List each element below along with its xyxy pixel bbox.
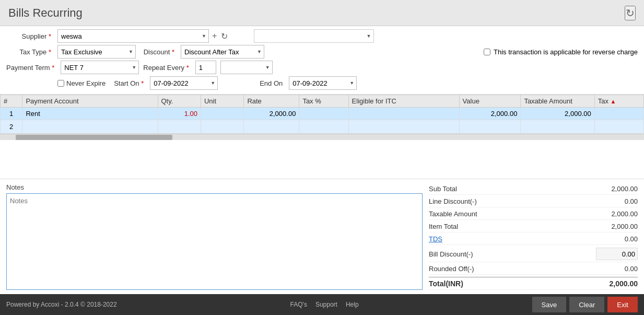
reverse-charge-checkbox[interactable] xyxy=(484,49,490,55)
horizontal-scrollbar[interactable] xyxy=(0,134,644,140)
tax-discount-row: Tax Type * Tax Exclusive Discount * Disc… xyxy=(6,45,638,59)
support-link[interactable]: Support xyxy=(315,301,337,308)
col-unit-header: Unit xyxy=(201,95,243,108)
cell-taxable[interactable]: 2,000.00 xyxy=(521,108,594,120)
col-qty-header: Qty. xyxy=(158,95,201,108)
help-link[interactable]: Help xyxy=(346,301,359,308)
end-on-select[interactable]: 07-09-2022 xyxy=(289,76,357,90)
col-tax-header: Tax % xyxy=(299,95,348,108)
add-supplier-button[interactable]: + xyxy=(211,30,218,42)
line-discount-value: 0.00 xyxy=(596,197,638,205)
table-row-empty[interactable]: 2 xyxy=(1,120,644,134)
bill-discount-row: Bill Discount(-) xyxy=(429,246,638,262)
never-expire-checkbox[interactable] xyxy=(57,80,64,87)
end-on-label: End On xyxy=(253,79,285,87)
bill-discount-input-wrap xyxy=(596,248,638,260)
bottom-area: Notes Sub Total 2,000.00 Line Discount(-… xyxy=(0,179,644,294)
cell-num: 1 xyxy=(1,108,22,120)
title-bar: Bills Recurring ↻ xyxy=(0,0,644,26)
notes-area: Notes xyxy=(6,183,423,290)
sub-total-value: 2,000.00 xyxy=(596,185,638,193)
col-hash-header: # xyxy=(1,95,22,108)
cell-tax[interactable] xyxy=(299,108,348,120)
col-taxamt-header: Tax ▲ xyxy=(594,95,643,108)
repeat-every-input[interactable] xyxy=(195,61,216,74)
refresh-supplier-button[interactable]: ↻ xyxy=(220,30,229,42)
page-title: Bills Recurring xyxy=(8,6,83,20)
tax-type-label: Tax Type * xyxy=(6,48,53,56)
bill-discount-input[interactable] xyxy=(596,248,638,260)
cell-num-2: 2 xyxy=(1,120,22,134)
supplier-label: Supplier * xyxy=(6,32,53,40)
reverse-charge-label: This transaction is applicable for rever… xyxy=(494,48,638,56)
payment-term-select[interactable]: NET 7 xyxy=(61,61,139,74)
discount-select[interactable]: Discount After Tax xyxy=(181,45,264,59)
dates-row: Never Expire Start On * 07-09-2022 End O… xyxy=(6,76,638,90)
total-label: Total(INR) xyxy=(429,279,463,288)
refresh-button[interactable]: ↻ xyxy=(625,6,636,20)
discount-label: Discount * xyxy=(140,48,177,56)
grand-total-row: Total(INR) 2,000.00 xyxy=(429,277,638,290)
cell-rate[interactable]: 2,000.00 xyxy=(244,108,299,120)
rounded-off-value: 0.00 xyxy=(596,265,638,273)
item-total-label: Item Total xyxy=(429,223,458,230)
totals-area: Sub Total 2,000.00 Line Discount(-) 0.00… xyxy=(429,183,638,290)
payment-term-label: Payment Term * xyxy=(6,64,56,72)
taxable-amount-label: Taxable Amount xyxy=(429,210,477,218)
exit-button[interactable]: Exit xyxy=(607,297,638,312)
table-scroll[interactable]: # Payment Account Qty. Unit Rate Tax % E… xyxy=(0,95,644,134)
col-value-header: Value xyxy=(459,95,521,108)
cell-tax-2[interactable] xyxy=(299,120,348,134)
start-on-label: Start On * xyxy=(114,79,146,87)
cell-value[interactable]: 2,000.00 xyxy=(459,108,521,120)
repeat-period-select[interactable]: Day Week Month Year xyxy=(220,61,273,74)
cell-qty[interactable]: 1.00 xyxy=(158,108,201,120)
total-value: 2,000.00 xyxy=(596,279,638,288)
tax-type-select[interactable]: Tax Exclusive xyxy=(57,45,136,59)
col-itc-header: Eligible for ITC xyxy=(348,95,459,108)
cell-taxamt-2[interactable] xyxy=(594,120,643,134)
supplier-select[interactable]: weswa xyxy=(57,29,209,43)
clear-button[interactable]: Clear xyxy=(569,297,604,312)
tds-row: TDS 0.00 xyxy=(429,234,638,245)
cell-itc-2[interactable] xyxy=(348,120,459,134)
item-total-value: 2,000.00 xyxy=(596,223,638,230)
save-button[interactable]: Save xyxy=(532,297,567,312)
faqs-link[interactable]: FAQ's xyxy=(290,301,307,308)
start-on-select[interactable]: 07-09-2022 xyxy=(150,76,218,90)
cell-taxable-2[interactable] xyxy=(521,120,594,134)
col-taxable-header: Taxable Amount xyxy=(521,95,594,108)
sub-total-row: Sub Total 2,000.00 xyxy=(429,183,638,195)
payment-repeat-row: Payment Term * NET 7 Repeat Every * Day … xyxy=(6,61,638,74)
cell-taxamt[interactable] xyxy=(594,108,643,120)
repeat-every-label: Repeat Every * xyxy=(143,64,191,72)
form-section: Supplier * weswa + ↻ Tax Type * xyxy=(0,26,644,95)
table-area: # Payment Account Qty. Unit Rate Tax % E… xyxy=(0,95,644,179)
powered-by: Powered by Accoxi - 2.0.4 © 2018-2022 xyxy=(6,301,117,308)
rounded-off-label: Rounded Off(-) xyxy=(429,265,474,273)
line-discount-row: Line Discount(-) 0.00 xyxy=(429,196,638,207)
cell-qty-2[interactable] xyxy=(158,120,201,134)
tds-value: 0.00 xyxy=(596,235,638,243)
cell-account[interactable]: Rent xyxy=(22,108,158,120)
col-rate-header: Rate xyxy=(244,95,299,108)
supplier-extra-select[interactable] xyxy=(254,30,373,42)
supplier-row: Supplier * weswa + ↻ xyxy=(6,29,638,43)
cell-value-2[interactable] xyxy=(459,120,521,134)
cell-unit[interactable] xyxy=(201,108,243,120)
sub-total-label: Sub Total xyxy=(429,185,457,193)
footer: Powered by Accoxi - 2.0.4 © 2018-2022 FA… xyxy=(0,294,644,315)
cell-rate-2[interactable] xyxy=(244,120,299,134)
bills-table: # Payment Account Qty. Unit Rate Tax % E… xyxy=(0,95,644,134)
cell-unit-2[interactable] xyxy=(201,120,243,134)
item-total-row: Item Total 2,000.00 xyxy=(429,221,638,232)
scrollbar-thumb[interactable] xyxy=(16,135,172,140)
line-discount-label: Line Discount(-) xyxy=(429,197,477,205)
cell-account-2[interactable] xyxy=(22,120,158,134)
taxable-amount-row: Taxable Amount 2,000.00 xyxy=(429,208,638,220)
table-row[interactable]: 1 Rent 1.00 2,000.00 2,000.00 2,000.00 xyxy=(1,108,644,120)
cell-itc[interactable] xyxy=(348,108,459,120)
notes-textarea[interactable] xyxy=(6,193,423,290)
bill-discount-label: Bill Discount(-) xyxy=(429,250,473,258)
tds-link[interactable]: TDS xyxy=(429,235,442,243)
